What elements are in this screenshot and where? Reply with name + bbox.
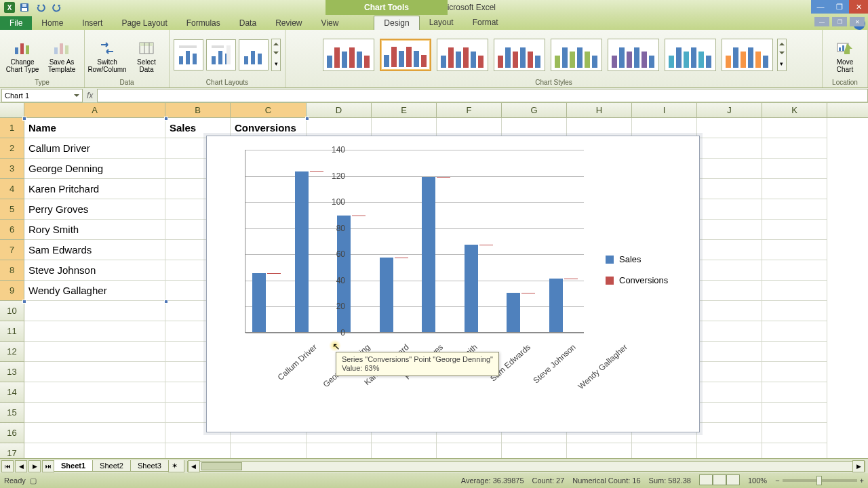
cell[interactable]: [567, 443, 632, 458]
zoom-level[interactable]: 100%: [748, 476, 767, 485]
cell[interactable]: Steve Johnson: [24, 260, 165, 281]
tab-layout[interactable]: Layout: [420, 16, 463, 30]
cell[interactable]: Karen Pritchard: [24, 179, 165, 199]
column-header[interactable]: H: [567, 103, 632, 117]
cell[interactable]: George Denning: [24, 159, 165, 179]
chart-styles-more[interactable]: ▾: [777, 39, 787, 71]
cell[interactable]: [762, 382, 827, 403]
chart-style-3[interactable]: [437, 39, 488, 71]
row-header[interactable]: 9: [0, 281, 24, 301]
chart-layout-1[interactable]: [174, 39, 203, 70]
macro-record-icon[interactable]: ▢: [30, 476, 37, 485]
tab-view[interactable]: View: [312, 16, 349, 30]
cell[interactable]: [24, 342, 165, 362]
cell[interactable]: [437, 443, 502, 458]
column-header[interactable]: J: [697, 103, 762, 117]
formula-input[interactable]: [97, 89, 868, 102]
chart-legend[interactable]: Sales Conversions: [606, 254, 668, 296]
file-tab[interactable]: File: [0, 16, 32, 30]
row-header[interactable]: 14: [0, 382, 24, 403]
cell[interactable]: [762, 118, 827, 138]
column-header[interactable]: B: [165, 103, 231, 117]
cell[interactable]: [697, 240, 762, 260]
chart-style-7[interactable]: [665, 39, 716, 71]
fx-icon[interactable]: fx: [83, 91, 97, 100]
row-header[interactable]: 10: [0, 301, 24, 321]
row-header[interactable]: 12: [0, 342, 24, 362]
cell[interactable]: [697, 362, 762, 382]
row-header[interactable]: 13: [0, 362, 24, 382]
row-header[interactable]: 8: [0, 260, 24, 281]
tab-review[interactable]: Review: [266, 16, 311, 30]
cell[interactable]: Rory Smith: [24, 220, 165, 240]
cell[interactable]: [762, 301, 827, 321]
cell[interactable]: [632, 443, 697, 458]
cell[interactable]: [24, 301, 165, 321]
row-header[interactable]: 11: [0, 321, 24, 342]
cell[interactable]: [24, 443, 165, 458]
row-header[interactable]: 16: [0, 423, 24, 443]
workbook-restore-button[interactable]: ❐: [832, 17, 847, 26]
column-header[interactable]: I: [632, 103, 697, 117]
cell[interactable]: [762, 159, 827, 179]
cell[interactable]: [762, 199, 827, 220]
tab-page-layout[interactable]: Page Layout: [112, 16, 176, 30]
cell[interactable]: [697, 423, 762, 443]
select-data-button[interactable]: Select Data: [128, 37, 165, 73]
cell[interactable]: [762, 260, 827, 281]
cell[interactable]: [697, 260, 762, 281]
cell[interactable]: [762, 281, 827, 301]
row-header[interactable]: 15: [0, 403, 24, 423]
column-header[interactable]: E: [372, 103, 437, 117]
tab-design[interactable]: Design: [374, 16, 419, 30]
column-header[interactable]: C: [231, 103, 307, 117]
cell[interactable]: [762, 321, 827, 342]
column-header[interactable]: G: [502, 103, 567, 117]
cell[interactable]: Sam Edwards: [24, 240, 165, 260]
sheet-tab-3[interactable]: Sheet3: [130, 460, 169, 472]
embedded-chart[interactable]: Sales Conversions ↖ Series "Conversions"…: [206, 136, 700, 432]
row-header[interactable]: 3: [0, 159, 24, 179]
close-button[interactable]: ✕: [849, 0, 868, 14]
name-box[interactable]: Chart 1: [1, 89, 83, 102]
cell[interactable]: [697, 118, 762, 138]
cell[interactable]: [762, 220, 827, 240]
sheet-tab-1[interactable]: Sheet1: [54, 460, 93, 472]
cell[interactable]: [372, 443, 437, 458]
tab-formulas[interactable]: Formulas: [177, 16, 230, 30]
cell[interactable]: [762, 179, 827, 199]
tab-nav-prev[interactable]: ◀: [15, 460, 27, 472]
tab-nav-next[interactable]: ▶: [28, 460, 41, 472]
column-header[interactable]: F: [437, 103, 502, 117]
cell[interactable]: [762, 240, 827, 260]
cell[interactable]: [697, 342, 762, 362]
cell[interactable]: [762, 443, 827, 458]
change-chart-type-button[interactable]: Change Chart Type: [4, 37, 41, 73]
row-header[interactable]: 6: [0, 220, 24, 240]
view-buttons[interactable]: [699, 474, 740, 487]
cell[interactable]: [24, 321, 165, 342]
switch-row-column-button[interactable]: Switch Row/Column: [89, 37, 125, 73]
row-header[interactable]: 7: [0, 240, 24, 260]
cell[interactable]: [697, 138, 762, 159]
zoom-slider[interactable]: −+: [775, 476, 864, 485]
cell[interactable]: [697, 403, 762, 423]
chart-style-1[interactable]: [323, 39, 374, 71]
chart-style-5[interactable]: [551, 39, 602, 71]
cell[interactable]: [697, 443, 762, 458]
cell[interactable]: [165, 443, 231, 458]
tab-nav-first[interactable]: ⏮: [1, 460, 14, 472]
workbook-close-button[interactable]: ✕: [850, 17, 865, 26]
save-as-template-button[interactable]: Save As Template: [43, 37, 80, 73]
sheet-tab-2[interactable]: Sheet2: [92, 460, 131, 472]
chart-style-4[interactable]: [494, 39, 545, 71]
cell[interactable]: [697, 179, 762, 199]
move-chart-button[interactable]: Move Chart: [827, 37, 863, 73]
new-sheet-button[interactable]: ✶: [168, 460, 184, 472]
tab-insert[interactable]: Insert: [73, 16, 112, 30]
cell[interactable]: [762, 423, 827, 443]
tab-format[interactable]: Format: [463, 16, 508, 30]
chart-style-6[interactable]: [608, 39, 659, 71]
horizontal-scrollbar[interactable]: ◀▶: [187, 461, 865, 472]
chart-layout-3[interactable]: [239, 39, 269, 70]
